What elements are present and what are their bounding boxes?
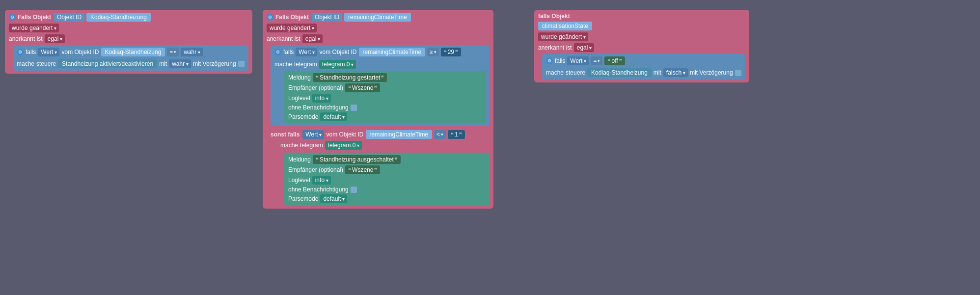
block1-objekt-id2[interactable]: Kodiaq-Standheizung	[101, 48, 165, 56]
block1-gear-icon[interactable]: ⚙	[9, 14, 16, 21]
block1-falls-label: falls	[26, 49, 36, 55]
block2-objekt-id-value[interactable]: remainingClimateTime	[344, 13, 411, 22]
block1-title: Falls Objekt	[18, 14, 51, 21]
block1-equals-op[interactable]: =	[167, 48, 179, 56]
block2-telegram-dropdown[interactable]: telegram.0	[319, 60, 356, 69]
block1-objekt-id-label: Objekt ID	[54, 13, 84, 22]
block3-climate-state[interactable]: climatisationState	[538, 22, 592, 30]
block2-egal-dropdown[interactable]: egal	[302, 34, 323, 43]
block2-empfaenger2-value: ❝ Wszene ❞	[345, 165, 380, 174]
block2-meldung-text: Standheizung gestartet	[320, 74, 380, 81]
block3-mit-verzoegerung: mit Verzögerung	[690, 69, 733, 76]
block2-gte-op[interactable]: ≥	[427, 48, 439, 56]
block1-container: ⚙ Falls Objekt Objekt ID Kodiaq-Standhei…	[5, 10, 252, 74]
block2-ohne2-checkbox[interactable]	[351, 187, 357, 193]
block1-steuere-label: steuere	[36, 60, 56, 67]
block2-ohne2-label: ohne Benachrichtigung	[288, 186, 349, 193]
block2-telegram2-label: telegram	[300, 142, 323, 149]
block2-telegram-label: telegram	[294, 61, 317, 68]
block2-vom2-label: vom Objekt ID	[326, 131, 363, 138]
block2-container: ⚙ Falls Objekt Objekt ID remainingClimat…	[263, 10, 493, 209]
block2-number-value: 29	[448, 49, 454, 55]
block2-title: Falls Objekt	[275, 14, 309, 21]
block2-meldung2-text: Standheizung ausgeschaltet	[320, 156, 394, 163]
block2-lt-op[interactable]: <	[434, 130, 446, 139]
block3-mache-label: mache	[546, 69, 564, 76]
block1-wurde-geaendert[interactable]: wurde geändert	[9, 24, 59, 32]
block1-mit-label: mit	[159, 60, 167, 67]
block1-wert-dropdown[interactable]: Wert	[38, 48, 59, 56]
block2-number2: ❝ 1 ❞	[448, 130, 465, 139]
block2-objekt-id2[interactable]: remainingClimateTime	[359, 48, 426, 56]
block2-meldung-label: Meldung	[288, 74, 311, 81]
block3-off-text: off	[611, 57, 618, 64]
block1-steuere-value[interactable]: Standheizung aktiviert/deaktivieren	[58, 59, 157, 68]
block3-wurde-geaendert[interactable]: wurde geändert	[538, 32, 588, 41]
block2-falls-gear[interactable]: ⚙	[274, 49, 281, 55]
block3-mit-label: mit	[653, 69, 661, 76]
block1-wahr-dropdown[interactable]: wahr	[181, 48, 203, 56]
block2-ohne-label: ohne Benachrichtigung	[288, 104, 349, 111]
block2-info-dropdown[interactable]: info	[312, 94, 331, 103]
block2-empfaenger2-label: Empfänger (optional)	[288, 166, 343, 173]
block3-steuere-value[interactable]: Kodiaq-Standheizung	[587, 68, 652, 77]
block2-loglevel2-label: Loglevel	[288, 177, 310, 184]
block2-empfaenger-label: Empfänger (optional)	[288, 84, 343, 91]
block1-mit-verzoegerung: mit Verzögerung	[193, 60, 236, 67]
block2-mache-label: mache	[274, 61, 292, 68]
block2-falls-label: falls	[283, 49, 294, 55]
block2-ohne-checkbox[interactable]	[351, 105, 357, 111]
block3-falls-gear[interactable]: ⚙	[546, 57, 553, 64]
block2-wert2-dropdown[interactable]: Wert	[302, 130, 324, 139]
block2-objekt-id-label: Objekt ID	[312, 13, 342, 22]
block1-egal-dropdown[interactable]: egal	[45, 34, 65, 43]
block2-wert-dropdown[interactable]: Wert	[296, 48, 317, 56]
block2-parsemode-label: Parsemode	[288, 113, 318, 120]
block2-empfaenger-text: Wszene	[352, 84, 373, 91]
block3-container: falls Objekt climatisationState wurde ge…	[534, 10, 749, 82]
block2-mache2-label: mache	[280, 142, 298, 149]
block2-info2-dropdown[interactable]: info	[312, 176, 331, 185]
block3-verzoegerung-checkbox[interactable]	[735, 70, 741, 76]
block2-wurde-geaendert[interactable]: wurde geändert	[267, 24, 317, 32]
block1-verzoegerung-checkbox[interactable]	[238, 61, 245, 67]
block2-meldung-value: ❝ Standheizung gestartet ❞	[313, 73, 387, 82]
block2-telegram2-dropdown[interactable]: telegram.0	[325, 141, 362, 150]
block2-sonst-falls: sonst falls	[271, 131, 299, 138]
block1-anerkannt-label: anerkannt ist	[9, 35, 43, 42]
block2-objekt-id3[interactable]: remainingClimateTime	[366, 130, 433, 139]
block1-vom-label: vom Objekt ID	[61, 49, 99, 55]
block3-wert-dropdown[interactable]: Wert	[567, 56, 589, 65]
block3-equals-op[interactable]: =	[591, 56, 602, 65]
block2-vom-label: vom Objekt ID	[319, 49, 356, 55]
block3-title: falls Objekt	[538, 13, 570, 20]
block2-number2-value: 1	[455, 131, 458, 138]
block3-falls-label: falls	[555, 57, 565, 64]
block2-empfaenger2-text: Wszene	[352, 166, 373, 173]
block2-number: ❝ 29 ❞	[441, 48, 461, 56]
block1-wahr2-dropdown[interactable]: wahr	[169, 59, 191, 68]
block1-mache-label: mache	[17, 60, 34, 67]
block2-default-dropdown[interactable]: default	[320, 112, 347, 121]
block3-steuere-label: steuere	[566, 69, 585, 76]
block2-meldung2-value: ❝ Standheizung ausgeschaltet ❞	[313, 155, 401, 164]
block3-egal-dropdown[interactable]: egal	[574, 43, 595, 52]
block1-objekt-id-value[interactable]: Kodiaq-Standheizung	[86, 13, 151, 22]
block2-loglevel-label: Loglevel	[288, 95, 310, 102]
block2-default2-dropdown[interactable]: default	[320, 194, 347, 203]
block3-anerkannt-label: anerkannt ist	[538, 44, 572, 51]
block2-anerkannt-label: anerkannt ist	[267, 35, 300, 42]
block3-off-value: ❝ off ❞	[604, 56, 625, 65]
block2-gear-icon[interactable]: ⚙	[267, 14, 273, 21]
block3-falsch-dropdown[interactable]: falsch	[663, 68, 688, 77]
block2-meldung2-label: Meldung	[288, 156, 311, 163]
block2-parsemode2-label: Parsemode	[288, 195, 318, 202]
block2-empfaenger-value: ❝ Wszene ❞	[345, 83, 380, 92]
block1-falls-gear[interactable]: ⚙	[17, 49, 24, 55]
